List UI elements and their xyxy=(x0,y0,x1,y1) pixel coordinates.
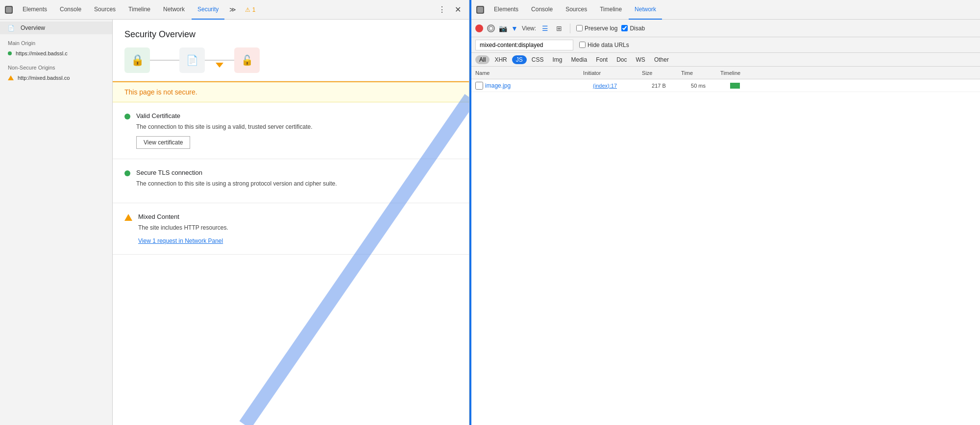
right-tab-console[interactable]: Console xyxy=(525,0,559,20)
mixed-content-section: Mixed Content The site includes HTTP res… xyxy=(113,203,469,255)
network-table-header: Name Initiator Size Time Timeline xyxy=(471,67,980,79)
column-header-size: Size xyxy=(642,70,681,76)
sidebar-item-overview[interactable]: 📄 Overview xyxy=(0,22,112,34)
right-toolbar: Elements Console Sources Timeline Networ… xyxy=(471,0,980,20)
tab-sources[interactable]: Sources xyxy=(88,0,122,20)
column-header-name: Name xyxy=(475,70,583,76)
lock-icon: 🔒 xyxy=(131,54,144,67)
filter-tab-img[interactable]: Img xyxy=(548,55,566,64)
row-time: 50 ms xyxy=(691,83,730,89)
disable-cache-text: Disab xyxy=(630,25,645,32)
filter-tab-css[interactable]: CSS xyxy=(528,55,548,64)
record-button[interactable] xyxy=(475,24,483,32)
tab-security[interactable]: Security xyxy=(192,0,224,20)
security-panel: Security Overview 🔒 📄 🔓 xyxy=(113,20,469,425)
sidebar-non-secure-origin[interactable]: http://mixed.badssl.co xyxy=(0,72,112,83)
warning-text: This page is not secure. xyxy=(124,88,197,96)
main-origin-section-title: Main Origin xyxy=(0,34,112,48)
table-row[interactable]: image.jpg (index):17 217 B 50 ms xyxy=(471,79,980,92)
more-options-button[interactable]: ⋮ xyxy=(434,0,450,20)
grouped-view-button[interactable]: ⊞ xyxy=(554,24,564,33)
hide-data-urls-checkbox[interactable] xyxy=(579,42,586,48)
mixed-content-description: The site includes HTTP resources. xyxy=(138,223,457,232)
column-header-initiator: Initiator xyxy=(583,70,642,76)
right-tab-sources[interactable]: Sources xyxy=(560,0,593,20)
tab-network[interactable]: Network xyxy=(157,0,191,20)
right-tab-network[interactable]: Network xyxy=(629,0,662,20)
filter-input[interactable] xyxy=(475,40,573,50)
svg-point-5 xyxy=(489,26,493,30)
filter-input-row: Hide data URLs xyxy=(471,37,980,53)
document-icon: 📄 xyxy=(186,54,198,66)
devtools-logo xyxy=(4,5,14,15)
network-controls-bar: 📷 ▼ View: ☰ ⊞ Preserve log Disab xyxy=(471,20,980,37)
disable-cache-checkbox-label[interactable]: Disab xyxy=(621,25,645,32)
valid-cert-dot xyxy=(124,114,130,119)
camera-icon: 📷 xyxy=(499,24,507,32)
insecure-icon: 🔓 xyxy=(241,54,253,66)
filter-tab-all[interactable]: All xyxy=(475,55,490,64)
connector-line-1 xyxy=(150,60,179,61)
valid-cert-description: The connection to this site is using a v… xyxy=(136,122,457,131)
secure-tls-content: Secure TLS connection The connection to … xyxy=(136,169,457,193)
right-tab-elements[interactable]: Elements xyxy=(488,0,524,20)
filter-tab-ws[interactable]: WS xyxy=(632,55,649,64)
filter-tab-js[interactable]: JS xyxy=(512,55,527,64)
filter-tab-media[interactable]: Media xyxy=(567,55,591,64)
sidebar-overview-label: Overview xyxy=(21,24,45,31)
tab-elements[interactable]: Elements xyxy=(17,0,53,20)
svg-rect-4 xyxy=(477,7,483,13)
view-network-panel-link[interactable]: View 1 request in Network Panel xyxy=(138,237,223,244)
sidebar: 📄 Overview Main Origin https://mixed.bad… xyxy=(0,20,113,425)
warning-badge: ⚠ 1 xyxy=(241,6,259,13)
security-header: Security Overview 🔒 📄 🔓 xyxy=(113,20,469,81)
main-content: 📄 Overview Main Origin https://mixed.bad… xyxy=(0,20,469,425)
security-warning-banner: This page is not secure. xyxy=(113,81,469,102)
security-overview-title: Security Overview xyxy=(124,29,457,40)
secure-tls-title: Secure TLS connection xyxy=(136,169,457,176)
mixed-content-content: Mixed Content The site includes HTTP res… xyxy=(138,213,457,244)
security-icons-row: 🔒 📄 🔓 xyxy=(124,47,457,73)
right-devtools-panel: Elements Console Sources Timeline Networ… xyxy=(471,0,980,425)
mixed-content-row: Mixed Content The site includes HTTP res… xyxy=(124,213,457,244)
view-certificate-button[interactable]: View certificate xyxy=(136,136,190,149)
preserve-log-checkbox[interactable] xyxy=(576,25,583,31)
warning-arrow-icon xyxy=(216,63,223,68)
sidebar-main-origin[interactable]: https://mixed.badssl.c xyxy=(0,48,112,59)
main-origin-url: https://mixed.badssl.c xyxy=(16,50,68,56)
row-size: 217 B xyxy=(652,83,691,89)
filter-tab-doc[interactable]: Doc xyxy=(612,55,631,64)
disable-cache-checkbox[interactable] xyxy=(621,25,628,31)
warning-triangle-icon xyxy=(8,75,14,80)
right-tab-timeline[interactable]: Timeline xyxy=(594,0,628,20)
stop-button[interactable] xyxy=(487,24,495,32)
valid-cert-title: Valid Certificate xyxy=(136,112,457,119)
green-dot-icon xyxy=(8,51,12,55)
column-header-time: Time xyxy=(681,70,720,76)
filter-tab-xhr[interactable]: XHR xyxy=(490,55,511,64)
close-button[interactable]: ✕ xyxy=(451,0,465,20)
svg-rect-2 xyxy=(6,7,12,13)
secure-tls-description: The connection to this site is using a s… xyxy=(136,179,457,188)
list-view-button[interactable]: ☰ xyxy=(540,24,550,33)
page-icon: 📄 xyxy=(8,25,15,31)
valid-certificate-section: Valid Certificate The connection to this… xyxy=(113,102,469,159)
row-name: image.jpg xyxy=(485,82,593,89)
row-initiator: (index):17 xyxy=(593,83,652,89)
row-checkbox[interactable] xyxy=(475,82,483,90)
left-toolbar: Elements Console Sources Timeline Networ… xyxy=(0,0,469,20)
secure-lock-icon-box: 🔒 xyxy=(124,47,150,73)
hide-data-urls-label[interactable]: Hide data URLs xyxy=(579,42,629,48)
tab-timeline[interactable]: Timeline xyxy=(122,0,156,20)
preserve-log-text: Preserve log xyxy=(585,25,617,32)
filter-tab-other[interactable]: Other xyxy=(650,55,673,64)
timeline-bar xyxy=(730,83,740,89)
document-icon-box: 📄 xyxy=(179,47,205,73)
tab-more-button[interactable]: ≫ xyxy=(225,0,240,20)
preserve-log-checkbox-label[interactable]: Preserve log xyxy=(576,25,617,32)
non-secure-section-title: Non-Secure Origins xyxy=(0,59,112,72)
left-devtools-panel: Elements Console Sources Timeline Networ… xyxy=(0,0,469,425)
hide-data-urls-text: Hide data URLs xyxy=(588,42,629,48)
tab-console[interactable]: Console xyxy=(54,0,87,20)
filter-tab-font[interactable]: Font xyxy=(592,55,612,64)
